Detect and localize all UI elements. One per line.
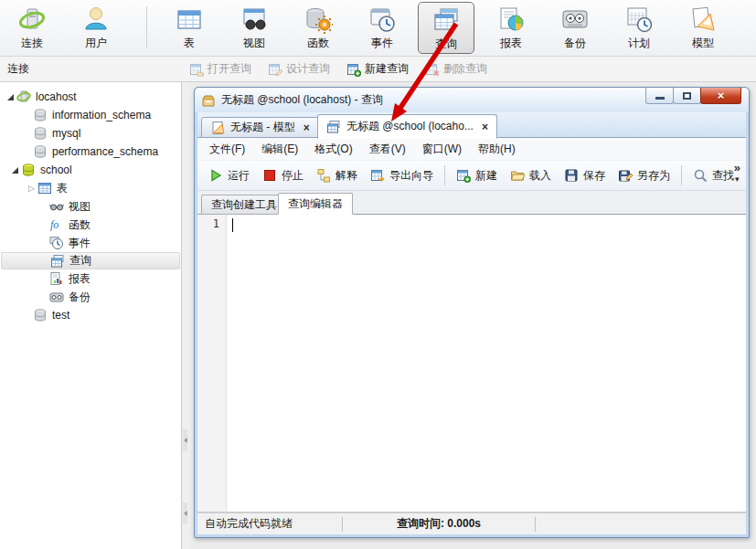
tree-item-label: 查询 [69,253,91,269]
design-query-icon [268,62,282,77]
expander-icon[interactable]: ▷ [26,185,37,193]
splitter-collapse-handle[interactable] [183,429,187,451]
tree-item-functions[interactable]: fo 函数 [0,216,181,234]
toolbar-label: 备份 [564,36,586,51]
tree-item-label: 视图 [69,199,91,215]
query-child-window: 无标题 @school (locahost) - 查询 × 无标题 - 模型 ×… [194,87,750,538]
run-button[interactable]: 运行 [202,164,256,187]
toolbar-label: 函数 [307,36,329,51]
menu-file[interactable]: 文件(F) [201,138,253,160]
tab-close-icon[interactable]: × [479,121,488,133]
query-icon [431,5,461,35]
new-query-button[interactable]: 新建查询 [338,58,417,80]
tab-close-icon[interactable]: × [301,121,310,134]
toolbar-button-connection[interactable]: 连接 [4,2,60,54]
menu-window[interactable]: 窗口(W) [414,138,470,160]
schedule-icon [624,5,654,34]
tab-query-builder[interactable]: 查询创建工具 [201,195,287,215]
tree-item-label: 备份 [69,290,91,305]
status-query-time: 查询时间: 0.000s [343,516,535,532]
view-icon [240,5,269,34]
explain-button[interactable]: 解释 [310,164,364,187]
status-bar: 自动完成代码就绪 查询时间: 0.000s [197,512,746,534]
toolbar-button-model[interactable]: 模型 [675,2,731,54]
tree-item-backups[interactable]: 备份 [0,288,181,306]
menu-format[interactable]: 格式(O) [306,138,360,160]
expander-icon[interactable] [9,167,21,174]
menu-edit[interactable]: 编辑(E) [253,138,306,160]
open-query-button[interactable]: 打开查询 [181,58,260,80]
tree-item-views[interactable]: 视图 [0,197,181,216]
database-icon [33,126,48,141]
toolbar-button-backup[interactable]: 备份 [547,2,603,54]
server-icon [16,90,31,104]
close-icon: × [718,89,725,102]
toolbar-label: 表 [184,36,195,51]
view-icon [49,199,64,214]
save-button[interactable]: 保存 [558,164,612,187]
new-button[interactable]: 新建 [450,164,504,187]
model-icon [688,5,718,34]
line-number: 1 [213,217,219,230]
design-query-button[interactable]: 设计查询 [260,58,338,80]
minimize-icon [655,97,665,100]
load-button[interactable]: 载入 [504,164,558,187]
tab-model-document[interactable]: 无标题 - 模型 × [201,117,319,138]
tree-item-queries[interactable]: 查询 [1,252,180,269]
toolbar-button-query[interactable]: 查询 [418,2,474,54]
export-wizard-button[interactable]: 导出向导 [364,164,440,187]
function-icon: fo [49,217,64,232]
function-icon [303,5,333,34]
close-button[interactable]: × [700,88,741,104]
expander-icon[interactable] [5,94,16,100]
sql-editor[interactable]: 1 [197,215,746,512]
toolbar-button-event[interactable]: 事件 [354,2,410,54]
menu-view[interactable]: 查看(V) [361,138,414,160]
toolbar-label: 视图 [243,36,265,51]
model-icon [210,121,225,135]
toolbar-label: 模型 [692,36,714,51]
tab-query-document[interactable]: 无标题 @school (locaho... × [317,114,497,139]
save-as-button[interactable]: 另存为 [612,164,676,187]
database-active-icon [21,163,36,177]
new-query-label: 新建查询 [365,61,409,77]
toolbar-label: 计划 [628,36,650,51]
toolbar-label: 连接 [21,36,43,51]
minimize-button[interactable] [645,88,674,104]
tree-item-events[interactable]: 事件 [0,234,181,252]
toolbar-button-schedule[interactable]: 计划 [611,2,667,54]
delete-query-button[interactable]: 删除查询 [417,58,495,80]
maximize-button[interactable] [673,88,701,104]
tree-item-test[interactable]: test [0,306,181,324]
toolbar-label: 用户 [85,36,107,51]
line-number-gutter: 1 [197,215,227,512]
child-window-titlebar[interactable]: 无标题 @school (locahost) - 查询 × [195,88,749,112]
menu-help[interactable]: 帮助(H) [470,138,524,160]
save-as-icon [618,168,633,183]
toolbar-button-function[interactable]: 函数 [290,2,346,54]
toolbar-button-view[interactable]: 视图 [226,2,282,54]
tree-item-information-schema[interactable]: information_schema [0,106,181,124]
tree-item-tables[interactable]: ▷ 表 [0,179,181,197]
svg-text:fo: fo [50,218,59,231]
tree-item-school[interactable]: school [0,161,181,179]
toolbar-overflow-button[interactable]: » ▾ [734,162,740,185]
table-icon [37,181,52,195]
backup-icon [49,290,64,304]
tree-splitter[interactable] [182,82,189,549]
tree-item-reports[interactable]: 报表 [0,269,181,288]
stop-button[interactable]: 停止 [256,164,310,187]
toolbar-button-user[interactable]: 用户 [68,2,124,54]
maximize-icon [683,92,691,100]
tree-item-label: information_schema [52,109,151,121]
connection-tree: locahost information_schema mysql perfor… [0,82,182,549]
toolbar-button-table[interactable]: 表 [161,2,218,54]
tree-item-locahost[interactable]: locahost [0,88,181,106]
splitter-collapse-handle[interactable] [183,502,187,524]
tree-item-mysql[interactable]: mysql [0,124,181,143]
query-actions-group: 打开查询 设计查询 新建查询 删除查询 [181,57,495,81]
tab-query-editor[interactable]: 查询编辑器 [278,193,353,215]
tree-item-performance-schema[interactable]: performance_schema [0,143,181,161]
toolbar-button-report[interactable]: 报表 [483,2,539,54]
find-button[interactable]: 查找 [687,164,740,187]
